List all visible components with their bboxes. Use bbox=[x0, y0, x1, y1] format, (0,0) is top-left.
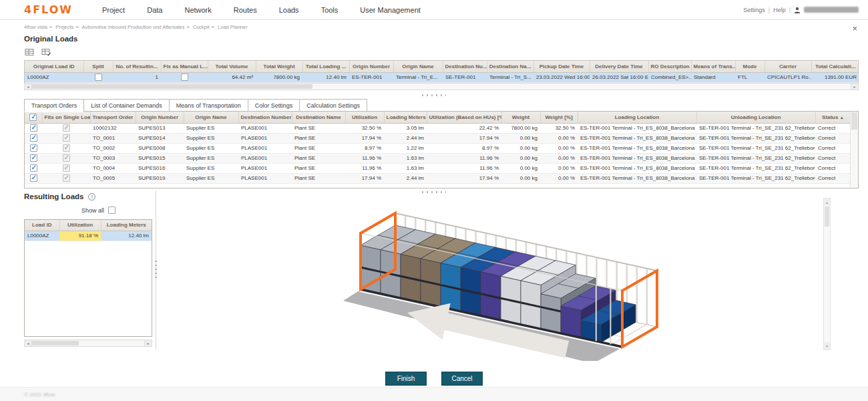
col-pickup-date[interactable]: Pickup Date Time bbox=[533, 61, 590, 72]
tab-means-of-transportation[interactable]: Means of Transportation bbox=[170, 99, 248, 112]
col-fix-as-manual[interactable]: Fix as Manual L... bbox=[161, 61, 208, 72]
col-total-loading[interactable]: Total Loading ... bbox=[302, 61, 349, 72]
col-delivery-date[interactable]: Delivery Date Time bbox=[590, 61, 648, 72]
col-utilization[interactable]: Utilization bbox=[59, 220, 101, 231]
transport-order-row[interactable]: TO_0002 SUPES008 Supplier ES PLASE001 Pl… bbox=[25, 143, 850, 153]
row-select-checkbox[interactable] bbox=[30, 164, 37, 172]
col-utilization-hu[interactable]: Utilization (Based on HUs) [%] bbox=[427, 112, 501, 123]
row-select-checkbox[interactable] bbox=[30, 134, 37, 142]
fix-as-manual-checkbox[interactable] bbox=[181, 74, 188, 81]
cell-destination-name: Plant SE bbox=[292, 163, 345, 173]
col-total-volume[interactable]: Total Volume bbox=[208, 61, 256, 72]
transport-order-row[interactable]: TO_0003 SUPES015 Supplier ES PLASE001 Pl… bbox=[25, 153, 850, 163]
username-redacted[interactable] bbox=[804, 7, 859, 13]
sort-ascending-icon[interactable]: ▲ bbox=[840, 116, 844, 120]
splitter-handle[interactable] bbox=[422, 191, 446, 193]
col-destination-number[interactable]: Destination Nu... bbox=[443, 61, 487, 72]
scroll-thumb[interactable] bbox=[851, 112, 857, 130]
scroll-right-icon[interactable]: ► bbox=[144, 340, 152, 346]
col-load-id[interactable]: Load ID bbox=[25, 220, 59, 231]
transport-orders-vscrollbar[interactable] bbox=[850, 112, 858, 188]
help-link[interactable]: Help bbox=[773, 7, 786, 13]
table-edit-icon[interactable] bbox=[41, 47, 52, 57]
col-destination-name[interactable]: Destination Name bbox=[292, 112, 345, 123]
row-select-checkbox[interactable] bbox=[30, 174, 37, 182]
col-total-weight[interactable]: Total Weight bbox=[256, 61, 302, 72]
col-status[interactable]: Status ▲ bbox=[815, 112, 850, 123]
col-no-of-resulting[interactable]: No. of Resultin... bbox=[113, 61, 161, 72]
menu-item-data[interactable]: Data bbox=[147, 6, 162, 14]
scroll-right-icon[interactable]: ► bbox=[851, 84, 858, 90]
tab-container-demands[interactable]: List of Container Demands bbox=[84, 99, 170, 112]
tab-color-settings[interactable]: Color Settings bbox=[248, 99, 300, 112]
scroll-left-icon[interactable]: ◄ bbox=[25, 340, 32, 346]
breadcrumb-item[interactable]: Projects bbox=[55, 24, 73, 30]
4flow-logo[interactable]: 4FLOW bbox=[24, 3, 73, 16]
col-weight[interactable]: Weight bbox=[501, 112, 540, 123]
col-carrier[interactable]: Carrier bbox=[765, 61, 811, 72]
col-total-calculated[interactable]: Total Calculati... bbox=[811, 61, 859, 72]
transport-order-row[interactable]: TO_0001 SUPES014 Supplier ES PLASE001 Pl… bbox=[25, 133, 850, 143]
scroll-thumb[interactable] bbox=[825, 207, 829, 227]
settings-link[interactable]: Settings bbox=[743, 7, 765, 13]
scroll-thumb[interactable] bbox=[32, 84, 312, 89]
original-load-row[interactable]: L0000AZ 1 64.42 m³ 7800.00 kg 12.40 lm E… bbox=[25, 72, 859, 82]
select-all-checkbox[interactable] bbox=[29, 114, 37, 121]
resulting-load-row[interactable]: L0000AZ 91.18 % 12.40 lm bbox=[25, 231, 152, 241]
col-utilization[interactable]: Utilization bbox=[345, 112, 384, 123]
col-loading-location[interactable]: Loading Location bbox=[578, 112, 696, 123]
col-transport-order[interactable]: Transport Order bbox=[90, 112, 136, 123]
col-destination-number[interactable]: Destination Number bbox=[238, 112, 292, 123]
transport-order-row[interactable]: TO_0005 SUPES019 Supplier ES PLASE001 Pl… bbox=[25, 173, 850, 183]
scroll-down-icon[interactable]: ▼ bbox=[824, 342, 830, 350]
col-ro-description[interactable]: RO Description bbox=[648, 61, 691, 72]
splitter-handle[interactable] bbox=[422, 94, 446, 96]
original-loads-hscrollbar[interactable]: ◄ ► bbox=[24, 83, 859, 90]
col-loading-meters[interactable]: Loading Meters bbox=[384, 112, 427, 123]
menu-item-project[interactable]: Project bbox=[102, 6, 125, 14]
finish-button[interactable]: Finish bbox=[385, 372, 427, 386]
col-origin-name[interactable]: Origin Name bbox=[393, 61, 443, 72]
menu-item-network[interactable]: Network bbox=[184, 6, 211, 14]
col-origin-number[interactable]: Origin Number bbox=[136, 112, 184, 123]
col-weight-pct[interactable]: Weight [%] bbox=[540, 112, 578, 123]
breadcrumb-item[interactable]: 4flow vista bbox=[24, 24, 47, 30]
info-icon[interactable]: i bbox=[88, 193, 95, 200]
row-select-checkbox[interactable] bbox=[30, 144, 37, 152]
viewer-vscrollbar[interactable]: ▲ ▼ bbox=[823, 198, 831, 350]
menu-item-tools[interactable]: Tools bbox=[321, 6, 339, 14]
menu-item-loads[interactable]: Loads bbox=[279, 6, 299, 14]
table-view-icon[interactable] bbox=[24, 47, 35, 57]
transport-order-row[interactable]: TO_0004 SUPES016 Supplier ES PLASE001 Pl… bbox=[25, 163, 850, 173]
col-mode[interactable]: Mode bbox=[735, 61, 765, 72]
vertical-splitter[interactable] bbox=[156, 190, 156, 350]
col-loading-meters[interactable]: Loading Meters bbox=[101, 220, 152, 231]
scroll-up-icon[interactable]: ▲ bbox=[824, 198, 830, 206]
col-fits-single-load[interactable]: Fits on Single Load bbox=[42, 112, 90, 123]
col-origin-number[interactable]: Origin Number bbox=[349, 61, 393, 72]
tab-transport-orders[interactable]: Transport Orders bbox=[24, 99, 84, 112]
breadcrumb-item[interactable]: Automotive Inbound Production und Afters… bbox=[81, 24, 184, 30]
show-all-checkbox[interactable] bbox=[108, 207, 116, 214]
tab-calculation-settings[interactable]: Calculation Settings bbox=[300, 99, 367, 112]
breadcrumb-item[interactable]: Load Planner bbox=[218, 24, 248, 30]
scroll-left-icon[interactable]: ◄ bbox=[25, 84, 32, 90]
col-origin-name[interactable]: Origin Name bbox=[184, 112, 238, 123]
scroll-thumb[interactable] bbox=[32, 341, 79, 346]
col-split[interactable]: Split bbox=[83, 61, 113, 72]
transport-order-row[interactable]: 10002132 SUPES013 Supplier ES PLASE001 P… bbox=[25, 123, 850, 133]
resulting-loads-hscrollbar[interactable]: ◄ ► bbox=[24, 340, 152, 347]
row-select-checkbox[interactable] bbox=[30, 154, 37, 162]
breadcrumb-item[interactable]: Cockpit bbox=[193, 24, 210, 30]
col-means-of-transport[interactable]: Means of Trans... bbox=[691, 61, 735, 72]
split-checkbox[interactable] bbox=[95, 74, 102, 81]
col-original-load-id[interactable]: Original Load ID bbox=[25, 61, 83, 72]
row-select-checkbox[interactable] bbox=[30, 124, 37, 132]
menu-item-routes[interactable]: Routes bbox=[234, 6, 257, 14]
col-destination-name[interactable]: Destination Na... bbox=[487, 61, 533, 72]
cancel-button[interactable]: Cancel bbox=[441, 372, 483, 386]
close-icon[interactable]: × bbox=[852, 25, 857, 32]
col-unloading-location[interactable]: Unloading Location bbox=[696, 112, 815, 123]
menu-item-user-management[interactable]: User Management bbox=[360, 6, 421, 14]
load-3d-viewer[interactable] bbox=[160, 196, 828, 361]
